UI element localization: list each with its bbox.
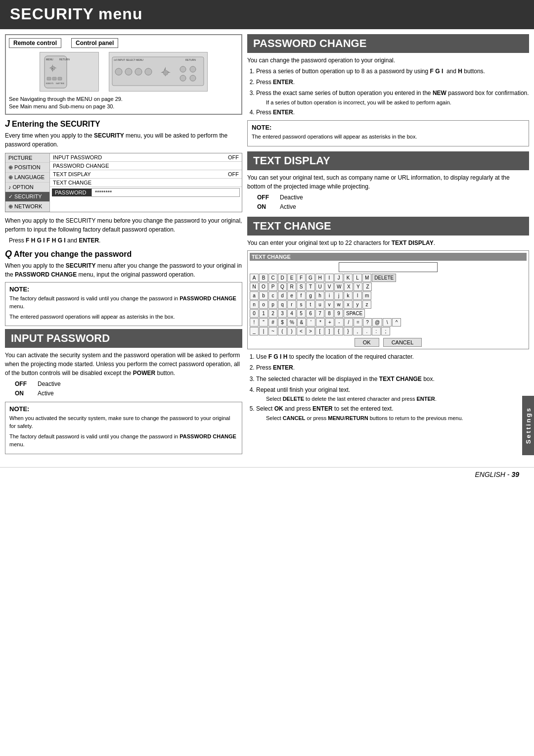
key-o[interactable]: o [259, 300, 268, 309]
key-lparen[interactable]: ( [278, 327, 287, 335]
key-2[interactable]: 2 [268, 309, 277, 318]
key-L[interactable]: L [353, 274, 362, 282]
key-pipe[interactable]: | [259, 327, 268, 335]
key-excl[interactable]: ! [250, 318, 259, 327]
key-comma[interactable]: , [353, 327, 362, 335]
key-Y[interactable]: Y [354, 283, 362, 291]
key-6[interactable]: 6 [306, 309, 315, 318]
key-c[interactable]: c [268, 291, 277, 300]
key-3[interactable]: 3 [278, 309, 287, 318]
key-quot[interactable]: " [259, 318, 268, 327]
key-q[interactable]: q [278, 300, 287, 309]
key-C[interactable]: C [268, 274, 277, 282]
key-at[interactable]: @ [372, 318, 382, 327]
key-g[interactable]: g [306, 291, 315, 300]
key-slash[interactable]: / [344, 318, 353, 327]
key-semicolon[interactable]: ; [381, 327, 390, 335]
key-h[interactable]: h [315, 291, 324, 300]
key-Z[interactable]: Z [363, 283, 372, 291]
key-minus[interactable]: - [335, 318, 344, 327]
key-G[interactable]: G [306, 274, 315, 282]
key-rbracket[interactable]: ] [325, 327, 334, 335]
key-m[interactable]: m [362, 291, 371, 300]
key-dollar[interactable]: $ [278, 318, 287, 327]
key-j[interactable]: j [334, 291, 343, 300]
key-K[interactable]: K [344, 274, 353, 282]
key-amp[interactable]: & [297, 318, 306, 327]
key-M[interactable]: M [362, 274, 371, 282]
key-percent[interactable]: % [287, 318, 297, 327]
key-e[interactable]: e [287, 291, 296, 300]
key-underscore[interactable]: _ [250, 327, 259, 335]
key-S[interactable]: S [297, 283, 306, 291]
key-s[interactable]: s [297, 300, 306, 309]
key-U[interactable]: U [315, 283, 324, 291]
tc-cancel-button[interactable]: CANCEL [383, 338, 422, 347]
key-I[interactable]: I [325, 274, 334, 282]
key-F[interactable]: F [297, 274, 306, 282]
key-lt[interactable]: < [297, 327, 306, 335]
key-X[interactable]: X [344, 283, 353, 291]
key-E[interactable]: E [287, 274, 296, 282]
key-0[interactable]: 0 [250, 309, 259, 318]
key-delete[interactable]: DELETE [372, 274, 396, 282]
key-P[interactable]: P [268, 283, 277, 291]
text-change-body: You can enter your original text up to 2… [247, 238, 529, 247]
key-8[interactable]: 8 [325, 309, 334, 318]
key-apos[interactable]: ' [307, 318, 315, 327]
key-i[interactable]: i [325, 291, 334, 300]
key-f[interactable]: f [297, 291, 306, 300]
tc-ok-button[interactable]: OK [355, 338, 379, 347]
key-H[interactable]: H [315, 274, 324, 282]
key-N[interactable]: N [250, 283, 259, 291]
key-7[interactable]: 7 [315, 309, 324, 318]
key-5[interactable]: 5 [297, 309, 306, 318]
key-O[interactable]: O [259, 283, 268, 291]
svg-rect-11 [58, 77, 62, 80]
key-star[interactable]: * [316, 318, 325, 327]
key-x[interactable]: x [344, 300, 353, 309]
tc-text-input[interactable] [339, 262, 438, 272]
key-colon[interactable]: : [372, 327, 381, 335]
key-b[interactable]: b [259, 291, 268, 300]
key-tilde[interactable]: ~ [268, 327, 277, 335]
key-R[interactable]: R [287, 283, 296, 291]
key-y[interactable]: y [353, 300, 362, 309]
key-eq[interactable]: = [354, 318, 362, 327]
key-a[interactable]: a [250, 291, 259, 300]
key-caret[interactable]: ^ [392, 318, 401, 327]
key-gt[interactable]: > [306, 327, 315, 335]
key-t[interactable]: t [306, 300, 315, 309]
key-D[interactable]: D [278, 274, 287, 282]
key-4[interactable]: 4 [287, 309, 296, 318]
key-p[interactable]: p [268, 300, 277, 309]
key-T[interactable]: T [306, 283, 315, 291]
key-9[interactable]: 9 [334, 309, 343, 318]
key-lbracket[interactable]: [ [315, 327, 324, 335]
key-z[interactable]: z [362, 300, 371, 309]
key-1[interactable]: 1 [259, 309, 268, 318]
key-Q[interactable]: Q [278, 283, 287, 291]
key-v[interactable]: v [325, 300, 334, 309]
key-V[interactable]: V [325, 283, 334, 291]
key-qmark[interactable]: ? [363, 318, 372, 327]
key-period[interactable]: . [362, 327, 371, 335]
key-W[interactable]: W [334, 283, 344, 291]
key-plus[interactable]: + [325, 318, 334, 327]
key-bslash[interactable]: \ [383, 318, 392, 327]
key-rparen[interactable]: ) [287, 327, 296, 335]
key-w[interactable]: w [334, 300, 343, 309]
key-B[interactable]: B [259, 274, 268, 282]
key-hash[interactable]: # [268, 318, 277, 327]
key-n[interactable]: n [250, 300, 259, 309]
key-lbrace[interactable]: { [334, 327, 343, 335]
key-rbrace[interactable]: } [344, 327, 353, 335]
key-d[interactable]: d [278, 291, 287, 300]
key-r[interactable]: r [287, 300, 296, 309]
key-u[interactable]: u [315, 300, 324, 309]
key-J[interactable]: J [334, 274, 343, 282]
key-l[interactable]: l [353, 291, 362, 300]
key-A[interactable]: A [250, 274, 259, 282]
key-space[interactable]: SPACE [344, 309, 365, 318]
key-k[interactable]: k [344, 291, 353, 300]
